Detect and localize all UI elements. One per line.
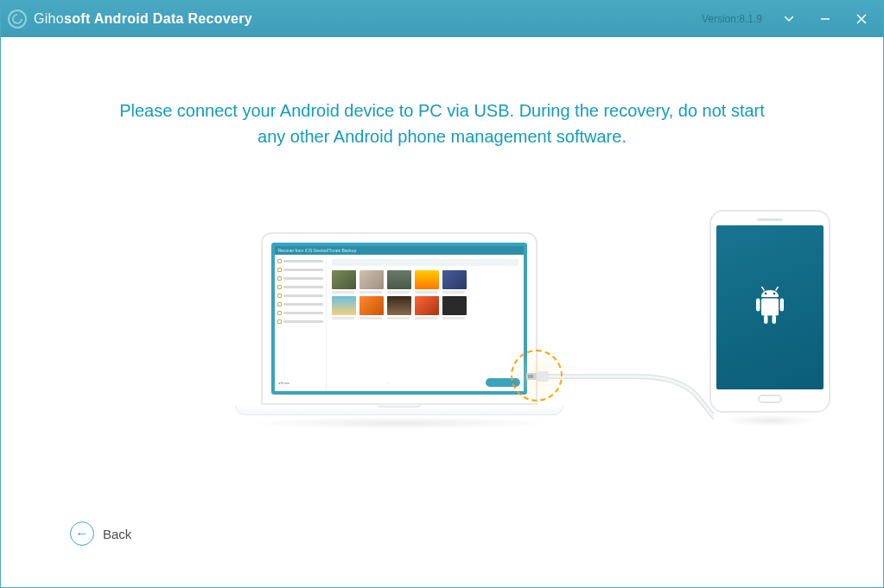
svg-rect-12 — [780, 299, 785, 312]
instruction-text: Please connect your Android device to PC… — [70, 98, 814, 149]
minimize-button[interactable] — [807, 1, 843, 37]
svg-rect-11 — [756, 299, 760, 312]
svg-rect-10 — [761, 299, 779, 316]
close-icon — [856, 14, 867, 24]
chevron-down-icon — [785, 16, 793, 22]
phone-graphic — [709, 210, 830, 413]
svg-rect-4 — [537, 371, 549, 382]
laptop-inner-title: Recover from iOS Device/iTunes Backup — [275, 246, 524, 255]
svg-line-6 — [761, 287, 764, 290]
window-controls — [771, 1, 880, 37]
arrow-left-icon: ← — [75, 526, 89, 541]
svg-point-9 — [773, 293, 776, 295]
main-content: Please connect your Android device to PC… — [1, 37, 883, 588]
android-robot-icon — [753, 287, 787, 328]
app-title: Gihosoft Android Data Recovery — [34, 11, 252, 27]
close-button[interactable] — [843, 1, 880, 37]
connection-illustration: Recover from iOS Device/iTunes Backup — [70, 201, 814, 460]
titlebar: Gihosoft Android Data Recovery Version:8… — [1, 1, 883, 37]
svg-rect-13 — [764, 315, 768, 324]
back-label: Back — [103, 527, 131, 541]
usb-plug-icon — [526, 370, 549, 383]
minimize-icon — [820, 14, 830, 24]
back-button[interactable]: ← Back — [70, 522, 131, 546]
svg-rect-14 — [773, 315, 777, 324]
svg-point-8 — [765, 293, 767, 295]
version-label: Version:8.1.9 — [702, 13, 762, 25]
svg-line-7 — [776, 287, 779, 290]
app-logo-icon — [8, 9, 27, 28]
svg-rect-5 — [528, 375, 533, 378]
dropdown-button[interactable] — [771, 1, 807, 37]
